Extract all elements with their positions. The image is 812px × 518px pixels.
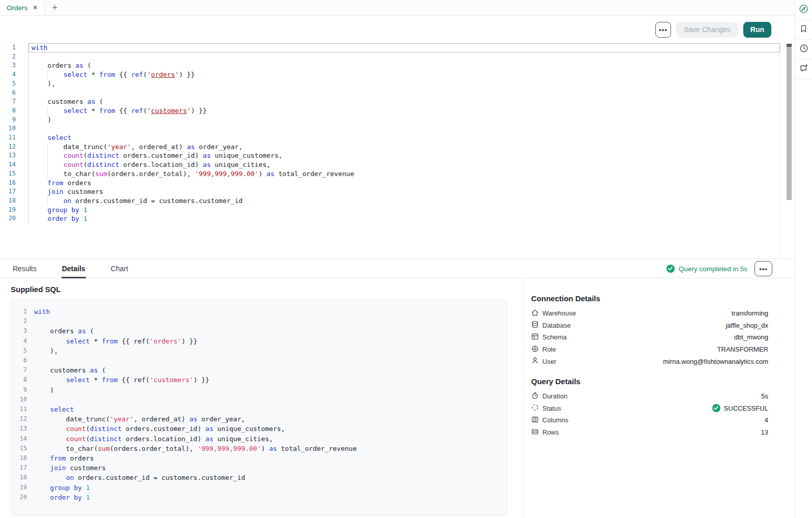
code-line: 7 customers as (	[16, 365, 506, 375]
sidebar-item-bookmarks[interactable]	[795, 20, 812, 40]
success-check-icon	[712, 404, 720, 412]
query-details-section: Query Details Duration 5s Status	[531, 377, 768, 438]
file-tab-bar: Orders ✕ +	[0, 0, 795, 16]
panel-more-button[interactable]: •••	[755, 261, 772, 276]
code-line: 4 select * from {{ ref('orders') }}	[0, 70, 780, 79]
query-details-title: Query Details	[531, 377, 768, 386]
code-line: 19 group by 1	[0, 206, 780, 215]
supplied-sql-section: Supplied SQL 1with23 orders as (4 select…	[0, 278, 524, 518]
code-line: 10	[16, 395, 506, 405]
detail-row-rows: Rows 13	[531, 426, 768, 439]
results-panel: Results Details Chart Query completed in…	[0, 258, 795, 518]
code-line: 10	[0, 124, 780, 133]
history-clock-icon	[799, 44, 808, 55]
plus-icon: +	[52, 3, 57, 13]
toolbar-more-button[interactable]: •••	[655, 22, 671, 38]
code-line: 1with	[16, 307, 506, 316]
connection-details-section: Connection Details Warehouse transformin…	[531, 294, 768, 367]
code-line: 17 join customers	[16, 463, 506, 473]
supplied-sql-code: 1with23 orders as (4 select * from {{ re…	[11, 300, 507, 516]
detail-row-warehouse: Warehouse transforming	[531, 307, 768, 320]
editor-scrollbar[interactable]	[787, 44, 792, 200]
sidebar-item-copilot[interactable]	[795, 0, 812, 20]
code-line: 7 customers as (	[0, 97, 780, 106]
schema-value: dbt_mwong	[734, 333, 768, 341]
tab-orders[interactable]: Orders ✕	[0, 0, 45, 15]
code-line: 19 group by 1	[16, 483, 506, 493]
close-icon[interactable]: ✕	[33, 5, 38, 11]
code-line: 2	[16, 316, 506, 326]
panel-tabs-right: Query completed in 5s •••	[666, 259, 772, 278]
status-icon	[531, 404, 539, 413]
check-circle-icon	[666, 265, 675, 273]
detail-row-columns: Columns 4	[531, 414, 768, 426]
code-line: 12 date_trunc('year', ordered_at) as ord…	[16, 414, 506, 424]
code-line: 4 select * from {{ ref('orders') }}	[16, 336, 506, 346]
code-line: 6	[16, 356, 506, 365]
code-line: 3 orders as (	[0, 61, 780, 70]
code-line: 15 to_char(sum(orders.order_total), '999…	[16, 444, 506, 453]
connection-details-title: Connection Details	[531, 294, 768, 303]
copilot-compass-icon	[799, 4, 808, 16]
code-line: 18 on orders.customer_id = customers.cus…	[0, 196, 780, 206]
database-icon	[531, 321, 539, 330]
sql-code-editor[interactable]: 1with23 orders as (4 select * from {{ re…	[0, 43, 780, 258]
code-line: 11 select	[0, 133, 780, 142]
detail-row-user: User mirna.wong@fishtownanalytics.com	[531, 355, 768, 367]
detail-row-schema: Schema dbt_mwong	[531, 331, 768, 343]
code-line: 13 count(distinct orders.customer_id) as…	[16, 424, 506, 434]
rows-icon	[531, 428, 539, 437]
code-line: 20 order by 1	[16, 493, 506, 502]
code-line: 15 to_char(sum(orders.order_total), '999…	[0, 169, 780, 179]
new-tab-button[interactable]: +	[45, 0, 65, 15]
code-line: 11 select	[16, 405, 506, 414]
code-line: 12 date_trunc('year', ordered_at) as ord…	[0, 142, 780, 152]
tab-results[interactable]: Results	[13, 259, 37, 278]
user-icon	[531, 357, 539, 366]
code-line: 2	[0, 52, 780, 62]
code-line: 8 select * from {{ ref('customers') }}	[16, 375, 506, 385]
warehouse-value: transforming	[732, 309, 768, 317]
query-status-text: Query completed in 5s	[679, 265, 747, 273]
columns-value: 4	[765, 416, 768, 424]
sidebar-item-history[interactable]	[795, 40, 812, 60]
scrollbar-marker	[787, 44, 792, 47]
editor-toolbar: ••• Save Changes Run	[0, 16, 795, 43]
code-line: 18 on orders.customer_id = customers.cus…	[16, 473, 506, 482]
detail-row-status: Status SUCCESSFUL	[531, 402, 768, 415]
sidebar-item-feedback[interactable]	[795, 60, 812, 79]
right-icon-sidebar	[795, 0, 812, 518]
details-tab-content: Supplied SQL 1with23 orders as (4 select…	[0, 278, 795, 518]
code-line: 8 select * from {{ ref('customers') }}	[0, 106, 780, 116]
detail-row-duration: Duration 5s	[531, 390, 768, 402]
rows-value: 13	[761, 428, 768, 436]
supplied-sql-title: Supplied SQL	[11, 285, 524, 294]
tab-chart[interactable]: Chart	[111, 259, 128, 278]
schema-icon	[531, 333, 539, 342]
editor-right-border	[780, 43, 780, 258]
status-value: SUCCESSFUL	[712, 404, 768, 412]
code-line: 1with	[0, 43, 780, 52]
save-changes-button[interactable]: Save Changes	[676, 22, 738, 38]
main-area: Orders ✕ + ••• Save Changes Run 1with23 …	[0, 0, 795, 518]
code-line: 6	[0, 89, 780, 98]
code-line: 9 )	[16, 385, 506, 395]
code-line: 17 join customers	[0, 187, 780, 196]
warehouse-icon	[531, 309, 539, 318]
user-value: mirna.wong@fishtownanalytics.com	[663, 358, 768, 365]
comment-sparkle-icon	[799, 64, 808, 75]
tab-details[interactable]: Details	[62, 259, 85, 278]
results-panel-tabs: Results Details Chart Query completed in…	[0, 259, 795, 278]
bookmark-icon	[799, 24, 808, 35]
role-value: TRANSFORMER	[717, 346, 768, 353]
dbt-ide-app: Orders ✕ + ••• Save Changes Run 1with23 …	[0, 0, 812, 518]
tab-orders-label: Orders	[7, 4, 27, 12]
code-line: 13 count(distinct orders.customer_id) as…	[0, 151, 780, 160]
detail-row-role: Role TRANSFORMER	[531, 343, 768, 356]
query-status: Query completed in 5s	[666, 265, 747, 273]
columns-icon	[531, 416, 539, 425]
run-button[interactable]: Run	[743, 22, 771, 38]
code-line: 16 from orders	[0, 179, 780, 188]
duration-icon	[531, 392, 539, 401]
code-line: 20 order by 1	[0, 214, 780, 223]
